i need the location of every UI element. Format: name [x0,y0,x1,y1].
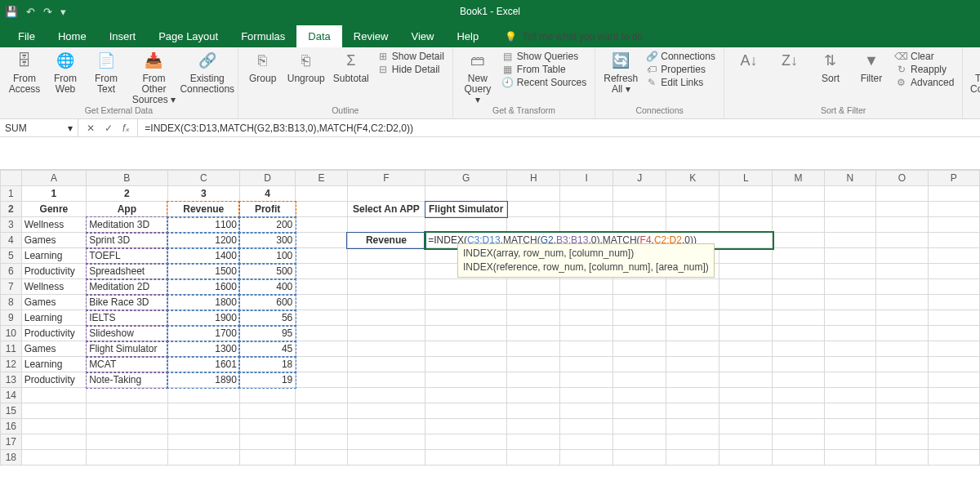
col-header[interactable]: J [613,171,666,186]
cell[interactable] [876,357,928,372]
new-query-button[interactable]: 🗃New Query ▾ [461,51,494,106]
cell[interactable] [719,310,773,326]
cell[interactable] [928,450,979,466]
cell[interactable] [719,357,773,372]
cell[interactable] [876,326,928,341]
cell[interactable] [560,295,613,310]
cell[interactable] [560,434,613,450]
cell[interactable] [666,295,719,310]
cell[interactable]: Meditation 2D [87,279,168,295]
cancel-icon[interactable]: ✕ [87,122,95,134]
cell[interactable] [824,372,875,388]
cell[interactable] [666,357,719,372]
cell[interactable] [507,295,560,310]
cell[interactable] [876,186,928,202]
cell[interactable] [773,326,824,341]
cell[interactable]: Flight Simulator [87,341,168,357]
col-header[interactable]: L [719,171,773,186]
cell[interactable] [613,388,666,403]
cell[interactable] [21,403,86,419]
cell[interactable]: 4 [239,186,295,202]
cell[interactable]: Games [21,341,86,357]
cell[interactable]: 56 [239,310,295,326]
cell[interactable]: 300 [239,233,295,248]
cell[interactable] [560,403,613,419]
cell[interactable] [296,310,347,326]
cell[interactable] [773,388,824,403]
cell[interactable] [347,450,425,466]
cell[interactable] [719,264,773,279]
row-header[interactable]: 10 [1,326,22,341]
cell[interactable] [666,279,719,295]
cell[interactable] [876,248,928,264]
cell[interactable] [425,403,507,419]
cell[interactable] [296,372,347,388]
cell[interactable] [719,202,773,217]
cell[interactable]: 1500 [167,264,239,279]
text-to-columns-button[interactable]: ⇥Text to Columns [971,51,980,95]
cell[interactable]: 1601 [167,357,239,372]
cell[interactable] [824,357,875,372]
cell[interactable] [507,372,560,388]
group-button[interactable]: ⎘Group [247,51,279,84]
cell[interactable] [613,403,666,419]
cell[interactable] [296,341,347,357]
cells-table[interactable]: ABCDEFGHIJKLMNOP 1 1234 2 GenreAppRevenu… [0,170,980,466]
cell[interactable] [824,202,875,217]
cell[interactable] [719,217,773,233]
cell[interactable] [876,434,928,450]
cell[interactable] [425,217,507,233]
cell[interactable] [719,419,773,434]
cell[interactable] [296,264,347,279]
cell[interactable] [773,310,824,326]
row-header[interactable]: 3 [1,217,22,233]
row-9[interactable]: 9LearningIELTS190056 [1,310,980,326]
cell[interactable] [507,419,560,434]
cell[interactable]: Learning [21,310,86,326]
col-header[interactable]: I [560,171,613,186]
col-header[interactable]: M [773,171,824,186]
redo-icon[interactable]: ↷ [43,6,52,18]
col-header[interactable]: F [347,171,425,186]
cell[interactable] [87,419,168,434]
cell[interactable] [167,450,239,466]
cell[interactable] [239,403,295,419]
cell[interactable] [719,326,773,341]
cell[interactable] [425,186,507,202]
cell[interactable] [666,450,719,466]
row-header[interactable]: 11 [1,341,22,357]
cell[interactable] [21,434,86,450]
cell[interactable]: Bike Race 3D [87,295,168,310]
cell[interactable] [560,388,613,403]
cell[interactable] [928,186,979,202]
cell[interactable]: 1200 [167,233,239,248]
cell[interactable] [347,186,425,202]
cell[interactable] [824,434,875,450]
cell[interactable] [719,450,773,466]
cell[interactable] [613,419,666,434]
cell[interactable]: Sprint 3D [87,233,168,248]
cell[interactable]: Profit [239,202,295,217]
col-header[interactable]: C [167,171,239,186]
cell[interactable]: MCAT [87,357,168,372]
edit-links-button[interactable]: ✎Edit Links [646,77,703,88]
row-header[interactable]: 1 [1,186,22,202]
connections-button[interactable]: 🔗Connections [646,51,715,62]
filter-button[interactable]: ▼Filter [855,51,888,84]
from-access-button[interactable]: 🗄From Access [8,51,41,95]
cell[interactable] [21,419,86,434]
cell[interactable] [507,186,560,202]
cell[interactable] [719,434,773,450]
cell[interactable] [296,186,347,202]
cell[interactable]: 600 [239,295,295,310]
cell[interactable] [296,450,347,466]
cell[interactable]: 95 [239,326,295,341]
hide-detail-button[interactable]: ⊟Hide Detail [377,64,440,75]
cell[interactable] [560,450,613,466]
tab-home[interactable]: Home [47,25,98,47]
cell[interactable] [719,279,773,295]
row-16[interactable]: 16 [1,419,980,434]
cell[interactable] [928,279,979,295]
cell[interactable]: Games [21,295,86,310]
cell[interactable] [666,217,719,233]
